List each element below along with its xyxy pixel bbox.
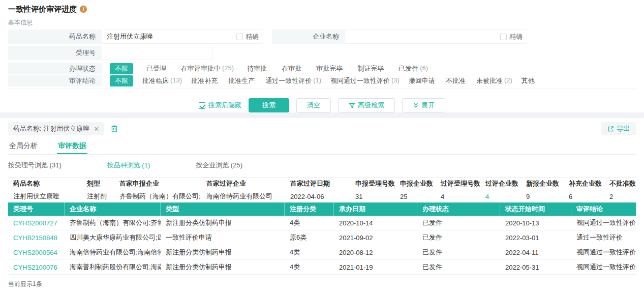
summary-header-cell: 过评受理号数: [436, 179, 480, 188]
summary-header-cell: 不批准数: [604, 179, 636, 188]
filter-option[interactable]: 待审批: [247, 64, 268, 73]
detail-cell: 2020-10-13: [500, 219, 571, 227]
count-link[interactable]: 6: [569, 193, 572, 200]
table-row: CYHS2000564 海南倍特药业有限公司;海南倍特药业... 新注册分类仿制…: [8, 245, 636, 260]
tab-global-analysis[interactable]: 全局分析: [8, 139, 39, 154]
detail-cell: 已发件: [417, 263, 500, 272]
detail-header-cell: 状态开始时间: [500, 202, 571, 216]
detail-header-cell: 注册分类: [285, 202, 334, 216]
tab-review-data[interactable]: 审评数据: [57, 139, 87, 154]
section-separator: [0, 112, 644, 118]
filter-option[interactable]: 视同通过一致性评价(3): [330, 76, 400, 85]
filter-option[interactable]: 不限: [110, 75, 133, 86]
count-link[interactable]: 4: [485, 193, 489, 200]
summary-cell: 海南倍特药业有限公司: [201, 192, 285, 201]
expand-button[interactable]: 展开: [402, 98, 445, 112]
info-icon[interactable]: i: [80, 6, 87, 13]
detail-cell: 2020-10-14: [334, 219, 417, 227]
filter-option[interactable]: 在审批: [282, 64, 303, 73]
count-link[interactable]: 25: [400, 193, 407, 200]
filter-tag: 药品名称: 注射用伏立康唑 ✕: [8, 122, 104, 135]
detail-cell: 2022-05-31: [500, 264, 571, 271]
subtab-by-variety[interactable]: 按品种浏览 (1): [107, 161, 150, 169]
detail-header-cell: 受理号: [8, 202, 65, 216]
detail-table-header: 受理号 企业名称 类型 注册分类 承办日期 办理状态 状态开始时间 审评结论: [8, 202, 636, 216]
hide-after-search-checkbox[interactable]: [199, 102, 205, 109]
drug-name-exact-checkbox[interactable]: [236, 34, 243, 40]
result-count-note: 当前显示1条: [8, 280, 636, 288]
acceptance-no-input-wrap: [102, 46, 212, 60]
status-options: 不限 已受理 在审评审批中(25) 待审批 在审批 审批完毕 制证完毕 已发件(…: [102, 63, 428, 74]
table-row: CYHS2100076 海南普利制药股份有限公司;海南普利... 新注册分类仿制…: [8, 260, 636, 275]
page-title: 一致性评价审评进度: [8, 5, 77, 14]
hide-after-search[interactable]: 搜索后隐藏: [199, 101, 241, 110]
filter-option[interactable]: 通过一致性评价(1): [265, 76, 321, 85]
filter-option[interactable]: 批准临床(13): [142, 76, 182, 85]
detail-cell: 已发件: [417, 218, 500, 227]
detail-cell: 4类: [285, 263, 334, 272]
summary-header-cell: 剂型: [82, 179, 114, 188]
detail-cell: 新注册分类仿制药申报: [161, 263, 285, 272]
detail-cell: 已发件: [417, 233, 500, 242]
detail-cell: 2020-08-12: [334, 249, 417, 256]
search-button[interactable]: 搜索: [249, 98, 289, 112]
tab-bar: 全局分析 审评数据: [8, 139, 636, 155]
acceptance-no-link[interactable]: CYHS2000564: [13, 249, 57, 256]
filter-option[interactable]: 制证完毕: [357, 64, 385, 73]
acceptance-no-link[interactable]: CYHB2150848: [13, 234, 57, 242]
summary-cell: 齐鲁制药（海南）有限公司;: [114, 192, 201, 201]
advanced-search-button[interactable]: 高级检索: [338, 98, 395, 112]
filter-option[interactable]: 不批准: [446, 76, 467, 85]
close-icon[interactable]: ✕: [94, 125, 99, 133]
detail-cell: 4类: [285, 218, 334, 227]
summary-row: 注射用伏立康唑 注射剂 齐鲁制药（海南）有限公司; 海南倍特药业有限公司 202…: [8, 190, 636, 202]
acceptance-no-link[interactable]: CYHS2000727: [13, 219, 57, 227]
detail-cell: 视同通过一致性评价: [571, 263, 636, 272]
results-panel: 药品名称: 注射用伏立康唑 ✕ 导出 全局分析 审评数据 按受理号浏览 (31)…: [0, 118, 644, 288]
summary-cell: 注射剂: [82, 192, 114, 201]
status-filter-row: 办理状态 不限 已受理 在审评审批中(25) 待审批 在审批 审批完毕 制证完毕…: [8, 63, 636, 74]
summary-table-header: 药品名称 剂型 首家申报企业 首家过评企业 首家过评日期 申报受理号数 申报企业…: [8, 177, 636, 190]
filter-option[interactable]: 已受理: [146, 64, 168, 73]
summary-cell: 2022-04-06: [285, 193, 350, 200]
detail-cell: 一致性评价申请: [161, 233, 285, 242]
filter-option[interactable]: 已发件(6): [398, 64, 428, 73]
subtab-by-acceptance[interactable]: 按受理号浏览 (31): [8, 161, 62, 169]
summary-header-cell: 申报受理号数: [350, 179, 395, 188]
filter-option[interactable]: 未被批准(2): [476, 76, 512, 85]
company-name-exact-checkbox[interactable]: [500, 34, 507, 40]
filter-option[interactable]: 撤回申请: [409, 76, 437, 85]
export-button[interactable]: 导出: [601, 122, 636, 135]
filter-option[interactable]: 批准生产: [228, 76, 256, 85]
detail-cell: 原6类: [285, 233, 334, 242]
trash-button[interactable]: [110, 125, 118, 133]
acceptance-no-label: 受理号: [8, 46, 102, 60]
clear-button[interactable]: 清空: [296, 98, 331, 112]
filter-option[interactable]: 其他: [522, 76, 536, 85]
search-actions: 搜索后隐藏 搜索 清空 高级检索 展开: [8, 98, 636, 112]
status-filter-label: 办理状态: [8, 63, 102, 74]
detail-cell: 新注册分类仿制药申报: [161, 218, 285, 227]
basic-info-label: 基本信息: [8, 18, 636, 25]
acceptance-no-link[interactable]: CYHS2100076: [13, 264, 57, 271]
summary-header-cell: 药品名称: [8, 179, 82, 188]
count-link[interactable]: 2: [609, 193, 613, 200]
count-link[interactable]: 31: [355, 193, 362, 200]
filter-option[interactable]: 在审评审批中(25): [181, 64, 234, 73]
conclusion-filter-label: 审评结论: [8, 75, 102, 86]
filter-option[interactable]: 不限: [110, 63, 133, 74]
detail-cell: 海南倍特药业有限公司;海南倍特药业...: [65, 248, 161, 257]
count-link[interactable]: 9: [526, 193, 530, 200]
filter-option[interactable]: 审批完毕: [316, 64, 344, 73]
detail-cell: 2022-04-11: [500, 249, 571, 256]
acceptance-no-input[interactable]: [107, 49, 208, 57]
company-name-exact: 精确: [500, 32, 523, 41]
filter-option[interactable]: 批准补充: [191, 76, 219, 85]
company-name-input[interactable]: [350, 33, 500, 41]
detail-header-cell: 企业名称: [65, 202, 161, 216]
drug-name-input[interactable]: [107, 33, 236, 41]
subtab-by-company[interactable]: 按企业浏览 (25): [196, 161, 242, 169]
count-link[interactable]: 4: [441, 193, 444, 200]
drug-name-exact-label: 精确: [246, 32, 259, 41]
summary-header-cell: 申报企业数: [395, 179, 436, 188]
